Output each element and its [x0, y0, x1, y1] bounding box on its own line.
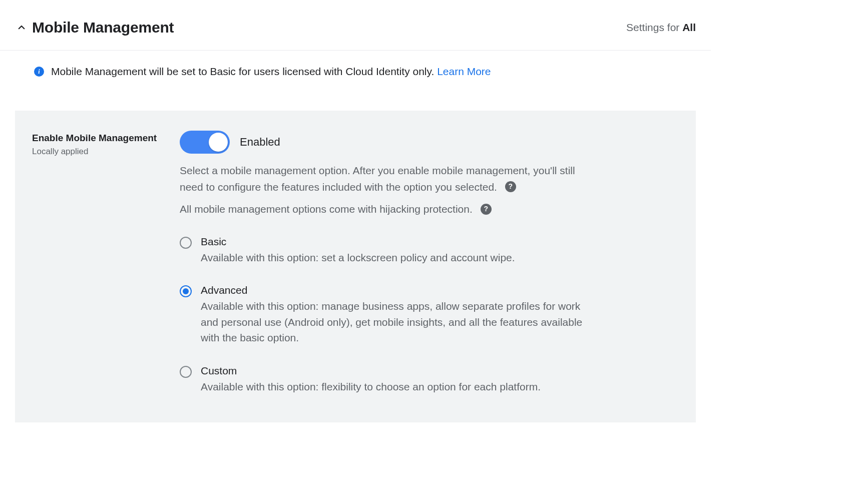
radio-advanced-label: Advanced	[201, 284, 586, 296]
settings-card: Enable Mobile Management Locally applied…	[15, 111, 696, 422]
help-icon[interactable]: ?	[505, 181, 516, 192]
setting-description-2: All mobile management options come with …	[180, 203, 473, 215]
learn-more-link[interactable]: Learn More	[437, 66, 491, 77]
page-title: Mobile Management	[32, 19, 174, 36]
radio-option-advanced: Advanced Available with this option: man…	[180, 284, 679, 346]
settings-scope-target: All	[682, 22, 696, 33]
radio-option-custom: Custom Available with this option: flexi…	[180, 365, 679, 395]
info-icon: i	[34, 67, 44, 77]
radio-option-basic: Basic Available with this option: set a …	[180, 236, 679, 266]
radio-basic-label: Basic	[201, 236, 586, 248]
info-banner: i Mobile Management will be set to Basic…	[0, 51, 711, 83]
radio-basic[interactable]	[180, 237, 192, 249]
setting-subtitle: Locally applied	[32, 147, 180, 157]
setting-title: Enable Mobile Management	[32, 133, 180, 144]
management-option-group: Basic Available with this option: set a …	[180, 236, 679, 395]
radio-custom-desc: Available with this option: flexibility …	[201, 379, 586, 395]
help-icon[interactable]: ?	[481, 204, 492, 215]
radio-basic-desc: Available with this option: set a locksc…	[201, 250, 586, 266]
section-header: Mobile Management Settings for All	[0, 0, 711, 51]
radio-custom[interactable]	[180, 366, 192, 378]
radio-custom-label: Custom	[201, 365, 586, 377]
radio-advanced[interactable]	[180, 285, 192, 297]
radio-advanced-desc: Available with this option: manage busin…	[201, 298, 586, 346]
settings-scope-prefix: Settings for	[626, 22, 682, 33]
info-banner-text: Mobile Management will be set to Basic f…	[51, 66, 437, 77]
enable-toggle[interactable]	[180, 131, 230, 154]
collapse-icon[interactable]	[17, 23, 26, 32]
settings-scope: Settings for All	[626, 22, 696, 34]
toggle-state-label: Enabled	[240, 136, 280, 149]
toggle-knob	[209, 133, 228, 152]
